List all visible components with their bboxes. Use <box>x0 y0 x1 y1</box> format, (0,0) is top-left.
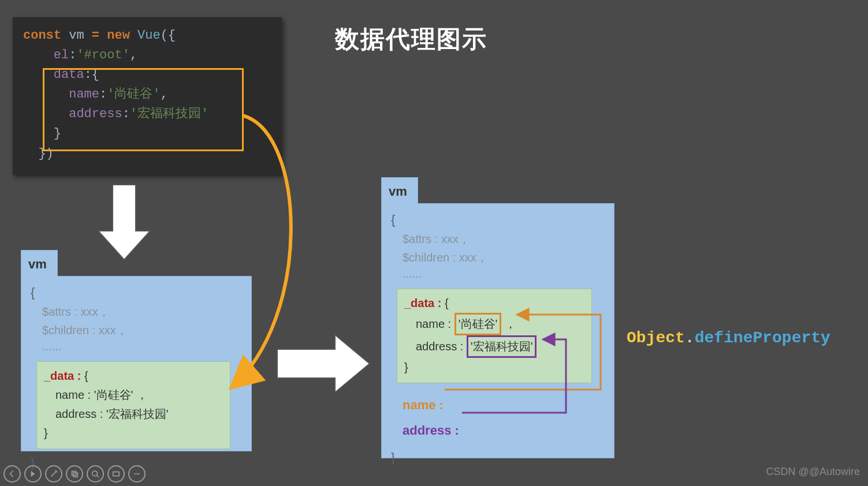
data-addr-key: address <box>55 408 96 420</box>
data-label: _data : <box>44 369 81 382</box>
right-arrow-icon <box>277 335 370 392</box>
data-addr-val-box: '宏福科技园' <box>467 335 537 358</box>
data-addr-val: '宏福科技园' <box>106 408 169 420</box>
screen-button[interactable] <box>107 465 125 483</box>
svg-rect-3 <box>113 472 120 476</box>
vm-attrs-r: $attrs : xxx， <box>391 230 605 248</box>
code-addr-key: address <box>69 107 122 121</box>
vm-box-right: vm { $attrs : xxx， $children : xxx， ····… <box>381 177 614 458</box>
svg-point-6 <box>138 473 140 475</box>
code-close: }) <box>38 147 53 161</box>
prev-button[interactable] <box>3 465 21 483</box>
proxy-name-label: name : <box>391 395 605 415</box>
code-el-val: '#root' <box>76 48 129 62</box>
svg-point-4 <box>134 473 136 475</box>
watermark: CSDN @@Autowire <box>766 466 860 478</box>
data-close-r: } <box>404 361 408 373</box>
data-name-val-box: '尚硅谷' <box>455 313 502 335</box>
code-open: ({ <box>161 28 176 43</box>
data-name-key-r: name <box>416 317 445 330</box>
down-arrow-icon <box>98 185 150 260</box>
code-data-key: data <box>54 68 84 82</box>
code-const: const <box>23 28 61 43</box>
svg-point-5 <box>136 473 138 475</box>
data-name-val: '尚硅谷' <box>94 388 133 401</box>
data-name-key: name <box>55 388 84 401</box>
define-method: defineProperty <box>695 329 830 347</box>
vm-open-brace: { <box>31 282 242 302</box>
define-property-label: Object.defineProperty <box>627 329 830 347</box>
code-eq-new: = new <box>92 28 130 43</box>
vm-open-brace-r: { <box>391 210 605 230</box>
data-box-left: _data : { name : '尚硅谷' ， address : '宏福科技… <box>36 361 230 449</box>
vm-box-left: vm { $attrs : xxx， $children : xxx， ····… <box>21 249 252 451</box>
vm-dots-r: ······ <box>391 267 605 285</box>
data-open: { <box>84 369 88 382</box>
code-vm: vm <box>69 28 84 43</box>
define-object: Object <box>627 329 685 347</box>
vm-dots: ······ <box>31 339 242 358</box>
vm-close-brace-r: } <box>391 447 605 468</box>
clone-button[interactable] <box>66 465 83 483</box>
proxy-address-label: address : <box>391 420 605 440</box>
draw-button[interactable] <box>45 465 62 483</box>
zoom-button[interactable] <box>87 465 104 483</box>
vm-attrs: $attrs : xxx， <box>31 302 242 321</box>
svg-point-2 <box>92 471 98 476</box>
more-button[interactable] <box>128 465 146 483</box>
vm-tab-left: vm <box>21 250 58 276</box>
code-addr-val: '宏福科技园' <box>130 107 208 121</box>
vm-children-r: $children : xxx， <box>391 248 605 267</box>
code-vue: Vue <box>137 28 161 43</box>
data-box-right: _data : { name : '尚硅谷' ， address : '宏福科技… <box>397 289 592 383</box>
diagram-title: 数据代理图示 <box>335 23 487 55</box>
data-label-r: _data : <box>404 297 441 309</box>
code-el-key: el <box>54 48 69 62</box>
code-block: const vm = new Vue({ el:'#root', data:{ … <box>13 17 282 175</box>
code-name-val: '尚硅谷' <box>107 87 160 102</box>
vm-tab-right: vm <box>381 177 418 204</box>
code-name-key: name <box>69 87 99 102</box>
define-dot: . <box>685 329 695 347</box>
data-addr-key-r: address <box>416 340 457 353</box>
play-button[interactable] <box>24 465 42 483</box>
data-close: } <box>44 427 48 439</box>
vm-children: $children : xxx， <box>31 321 242 339</box>
data-open-r: { <box>445 297 449 309</box>
player-toolbar <box>3 465 146 483</box>
